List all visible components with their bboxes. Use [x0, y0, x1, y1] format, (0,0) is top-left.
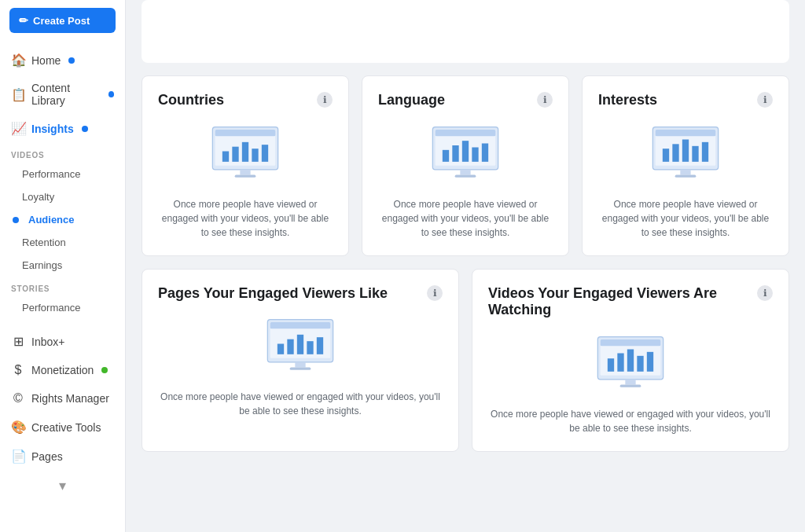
svg-rect-47 [647, 352, 653, 372]
create-post-icon: ✏ [19, 14, 28, 27]
svg-rect-22 [656, 130, 716, 136]
interests-card-header: Interests ℹ [598, 92, 773, 109]
svg-rect-29 [675, 174, 697, 177]
sidebar-item-content-library[interactable]: 📋 Content Library [0, 75, 125, 114]
language-card-message: Once more people have viewed or engaged … [378, 197, 553, 240]
svg-rect-15 [462, 141, 469, 162]
sidebar-item-pages[interactable]: 📄 Pages [0, 442, 125, 471]
svg-rect-26 [692, 145, 698, 161]
countries-card: Countries ℹ Onc [142, 75, 349, 256]
svg-rect-19 [455, 174, 476, 177]
svg-rect-4 [232, 146, 238, 161]
svg-rect-38 [295, 362, 305, 368]
videos-watching-card-header: Videos Your Engaged Viewers Are Watching… [488, 285, 773, 319]
home-dot [68, 57, 75, 64]
main-content: Countries ℹ Onc [126, 0, 805, 532]
language-card-title: Language [378, 92, 445, 109]
create-post-button[interactable]: ✏ Create Post [9, 8, 116, 33]
creative-tools-icon: 🎨 [11, 420, 25, 435]
monetization-dot [101, 367, 108, 373]
sidebar-sub-item-earnings-label: Earnings [22, 259, 62, 271]
pages-viewers-card-header: Pages Your Engaged Viewers Like ℹ [158, 285, 443, 303]
interests-illustration [598, 122, 773, 185]
stories-section-label: STORIES [0, 277, 125, 296]
svg-rect-6 [252, 149, 258, 162]
sidebar-sub-item-stories-performance[interactable]: Performance [0, 296, 125, 319]
sidebar-sub-item-loyalty[interactable]: Loyalty [0, 185, 125, 208]
svg-rect-45 [627, 349, 634, 371]
svg-rect-42 [601, 339, 661, 346]
sidebar-sub-item-audience[interactable]: Audience [0, 208, 125, 231]
audience-cards-row1: Countries ℹ Onc [142, 75, 789, 256]
svg-rect-37 [317, 337, 323, 354]
countries-info-icon[interactable]: ℹ [317, 92, 333, 108]
svg-rect-8 [240, 169, 250, 174]
svg-rect-16 [472, 147, 478, 161]
insights-icon: 📈 [11, 121, 25, 136]
svg-rect-35 [297, 335, 303, 354]
svg-rect-49 [620, 384, 641, 387]
sidebar-sub-item-audience-label: Audience [28, 214, 75, 226]
sidebar-sub-item-retention[interactable]: Retention [0, 231, 125, 254]
top-partial-card [142, 0, 789, 63]
svg-rect-18 [460, 169, 470, 174]
sidebar-item-monetization-label: Monetization [31, 364, 94, 376]
svg-rect-17 [482, 143, 488, 161]
videos-watching-illustration [488, 332, 773, 394]
pages-icon: 📄 [11, 449, 25, 464]
countries-card-message: Once more people have viewed or engaged … [158, 197, 333, 240]
language-illustration [378, 122, 553, 185]
sidebar-item-creative-tools[interactable]: 🎨 Creative Tools [0, 413, 125, 442]
svg-rect-36 [307, 341, 313, 354]
pages-viewers-info-icon[interactable]: ℹ [427, 285, 443, 301]
svg-rect-43 [608, 358, 614, 372]
sidebar-item-insights[interactable]: 📈 Insights [0, 114, 125, 143]
svg-rect-33 [278, 344, 284, 354]
svg-rect-24 [672, 144, 678, 162]
svg-rect-48 [625, 380, 635, 385]
insights-dot [82, 126, 88, 132]
svg-rect-39 [290, 368, 311, 370]
svg-rect-3 [222, 151, 229, 161]
svg-rect-46 [637, 356, 643, 372]
sidebar-item-home-label: Home [31, 54, 61, 67]
monetization-icon: $ [11, 363, 25, 377]
pages-viewers-card: Pages Your Engaged Viewers Like ℹ Onc [142, 269, 459, 452]
interests-card: Interests ℹ Once more people have vie [582, 75, 789, 256]
sidebar-sub-item-performance[interactable]: Performance [0, 163, 125, 185]
videos-watching-card-message: Once more people have viewed or engaged … [488, 407, 773, 435]
sidebar-item-rights-manager-label: Rights Manager [31, 392, 109, 405]
interests-card-title: Interests [598, 92, 657, 109]
videos-watching-info-icon[interactable]: ℹ [757, 285, 773, 301]
videos-section-label: VIDEOS [0, 143, 125, 163]
interests-card-message: Once more people have viewed or engaged … [598, 197, 773, 240]
content-library-icon: 📋 [11, 87, 25, 102]
language-info-icon[interactable]: ℹ [537, 92, 553, 108]
svg-rect-23 [663, 149, 669, 162]
interests-info-icon[interactable]: ℹ [757, 92, 773, 108]
sidebar-item-inbox-label: Inbox+ [31, 336, 64, 348]
home-icon: 🏠 [11, 53, 25, 68]
sidebar-item-creative-tools-label: Creative Tools [31, 421, 101, 434]
sidebar-item-rights-manager[interactable]: © Rights Manager [0, 384, 125, 413]
sidebar-sub-item-loyalty-label: Loyalty [22, 191, 54, 203]
sidebar-sub-item-retention-label: Retention [22, 237, 66, 248]
svg-rect-5 [242, 141, 248, 161]
sidebar-item-home[interactable]: 🏠 Home [0, 46, 125, 75]
sidebar-item-monetization[interactable]: $ Monetization [0, 356, 125, 384]
pages-viewers-card-title: Pages Your Engaged Viewers Like [158, 285, 388, 303]
sidebar-sub-item-earnings[interactable]: Earnings [0, 254, 125, 277]
language-card: Language ℹ Once more people have view [362, 75, 569, 256]
sidebar-item-insights-label: Insights [31, 123, 74, 135]
svg-rect-9 [235, 174, 256, 177]
sidebar-sub-item-stories-performance-label: Performance [22, 302, 80, 314]
sidebar-item-inbox[interactable]: ⊞ Inbox+ [0, 327, 125, 356]
pages-viewers-card-message: Once more people have viewed or engaged … [158, 390, 443, 418]
svg-rect-44 [617, 353, 623, 371]
sidebar-sub-item-performance-label: Performance [22, 168, 80, 180]
svg-rect-28 [680, 169, 690, 174]
content-library-dot [108, 91, 114, 97]
svg-rect-7 [262, 145, 268, 162]
svg-rect-25 [682, 139, 689, 161]
rights-manager-icon: © [11, 391, 25, 405]
